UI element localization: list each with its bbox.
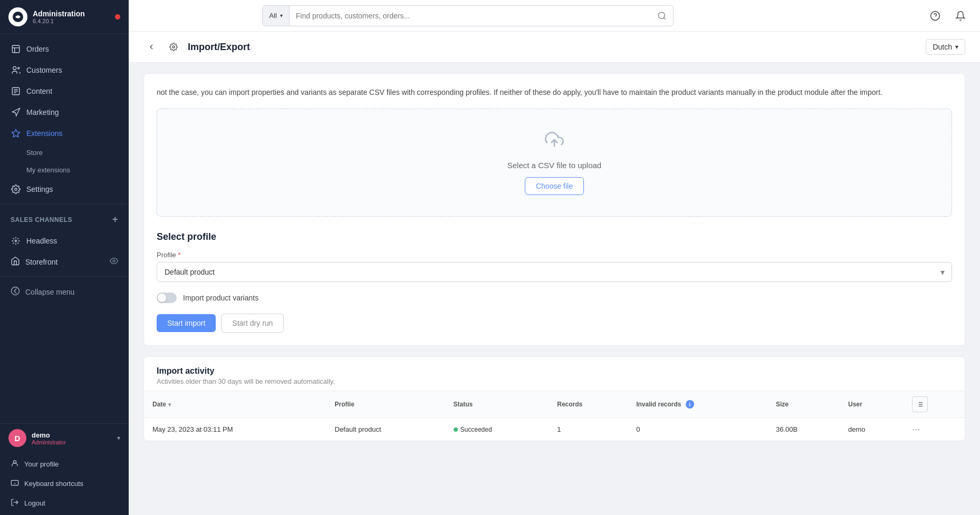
orders-label: Orders [26,45,49,53]
collapse-menu-label: Collapse menu [25,288,74,296]
sidebar-item-settings[interactable]: Settings [0,179,129,200]
invalid-records-info-icon[interactable]: i [686,400,694,409]
table-body: May 23, 2023 at 03:11 PM Default product… [144,418,965,441]
add-sales-channel-icon[interactable]: + [112,214,118,225]
activity-table: Date ▾ Profile Status Records [144,391,965,441]
sidebar-header: Administration 6.4.20.1 [0,0,129,34]
marketing-label: Marketing [26,108,59,116]
col-records: Records [549,391,628,418]
page-header-left: Import/Export [143,39,250,55]
select-profile-title: Select profile [157,231,952,242]
sales-channels-label: Sales Channels [11,216,72,224]
import-activity-card: Import activity Activities older than 30… [143,356,965,441]
back-button[interactable] [143,39,159,55]
user-avatar: D [8,429,26,447]
action-buttons: Start import Start dry run [157,314,952,333]
settings-label: Settings [26,185,53,193]
page-header: Import/Export Dutch ▾ [129,32,980,63]
sidebar-item-store[interactable]: Store [0,144,129,161]
user-menu-item-logout[interactable]: Logout [0,493,129,513]
sidebar-item-marketing[interactable]: Marketing [0,102,129,123]
page-title: Import/Export [188,42,250,53]
user-section[interactable]: D demo Administrator ▾ [0,423,129,452]
status-badge: Succeeded [454,426,492,433]
sidebar-item-storefront[interactable]: Storefront [0,251,129,272]
collapse-menu-icon [11,286,20,297]
sidebar-item-headless[interactable]: Headless [0,230,129,251]
notifications-icon[interactable] [952,7,969,25]
import-variants-toggle[interactable] [157,293,177,303]
cell-records: 1 [549,418,628,441]
storefront-icon [11,256,20,267]
cell-invalid-records: 0 [628,418,767,441]
table-header: Date ▾ Profile Status Records [144,391,965,418]
svg-rect-1 [12,45,20,53]
help-icon[interactable] [926,7,944,25]
start-dry-run-button[interactable]: Start dry run [221,314,284,333]
search-box: All ▾ [262,5,674,26]
settings-cog-button[interactable] [166,39,181,55]
import-variants-label: Import product variants [183,294,258,302]
svg-point-10 [15,188,17,191]
keyboard-icon [11,479,19,489]
user-name: demo [32,431,117,439]
import-variants-row: Import product variants [157,293,952,303]
sidebar-item-orders[interactable]: Orders [0,38,129,60]
language-select[interactable]: Dutch ▾ [926,39,965,55]
cell-user: demo [840,418,904,441]
storefront-label: Storefront [25,258,57,266]
table-column-settings-button[interactable] [912,396,928,412]
user-role: Administrator [32,439,117,445]
headless-label: Headless [26,237,57,245]
upload-icon [545,130,564,153]
date-sort-icon: ▾ [168,402,171,407]
row-actions-button[interactable]: ⋯ [912,424,920,434]
extensions-icon [11,128,21,139]
user-info: demo Administrator [26,431,117,445]
search-input[interactable] [290,6,651,26]
search-filter-dropdown[interactable]: All ▾ [263,6,289,26]
storefront-eye-icon[interactable] [110,257,118,267]
user-menu-item-keyboard-shortcuts[interactable]: Keyboard shortcuts [0,474,129,493]
settings-icon [11,184,21,195]
customers-label: Customers [26,66,62,74]
svg-rect-15 [11,480,18,485]
cell-status: Succeeded [445,418,549,441]
divider-2 [0,276,129,277]
profile-field-label: Profile * [157,251,952,259]
activity-title: Import activity [157,366,952,376]
svg-point-4 [13,66,16,70]
sidebar-item-customers[interactable]: Customers [0,60,129,81]
user-menu-item-profile[interactable]: Your profile [0,454,129,474]
svg-point-11 [15,240,17,242]
svg-point-24 [659,12,665,18]
profile-select[interactable]: Default product Custom profile 1 Custom … [157,262,952,282]
content-label: Content [26,87,52,95]
search-submit-icon[interactable] [651,11,673,21]
start-import-button[interactable]: Start import [157,314,216,332]
svg-point-12 [113,260,115,262]
svg-point-5 [18,67,20,69]
col-date[interactable]: Date ▾ [144,391,326,418]
sidebar-item-extensions[interactable]: Extensions [0,123,129,144]
table-row: May 23, 2023 at 03:11 PM Default product… [144,418,965,441]
extensions-label: Extensions [26,129,62,138]
language-chevron-icon: ▾ [955,43,958,51]
content-icon [11,86,21,96]
sidebar-item-my-extensions[interactable]: My extensions [0,161,129,179]
marketing-icon [11,107,21,118]
svg-point-28 [172,46,175,48]
col-user: User [840,391,904,418]
status-dot-icon [454,427,458,432]
upload-label: Select a CSV file to upload [507,161,601,170]
collapse-menu-item[interactable]: Collapse menu [0,281,129,303]
sidebar: Administration 6.4.20.1 Orders Customers… [0,0,129,515]
col-invalid-records: Invalid records i [628,391,767,418]
topbar: All ▾ [129,0,980,32]
sidebar-item-content[interactable]: Content [0,81,129,102]
choose-file-button[interactable]: Choose file [525,177,584,195]
cell-date: May 23, 2023 at 03:11 PM [144,418,326,441]
cell-size: 36.00B [767,418,840,441]
search-filter-label: All [269,12,276,20]
topbar-actions [926,7,969,25]
